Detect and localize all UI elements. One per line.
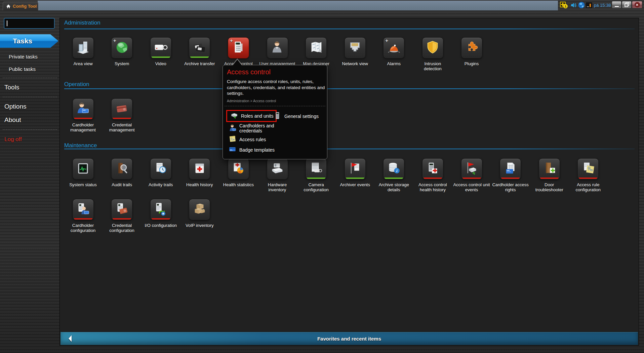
archive-storage-details-icon: i — [386, 161, 402, 178]
tile-button[interactable] — [345, 37, 366, 58]
tile-button[interactable] — [73, 199, 94, 220]
volume-icon[interactable] — [570, 2, 577, 8]
tile-button[interactable] — [73, 158, 94, 180]
globe-icon[interactable] — [578, 2, 585, 8]
tile-button[interactable] — [111, 158, 132, 180]
task-tile-video[interactable]: Video — [141, 37, 180, 67]
task-tile-voip-inventory[interactable]: VoIP inventory — [180, 199, 219, 228]
tile-button[interactable] — [539, 158, 560, 180]
task-tile-cardholder-access-rights[interactable]: Cardholder accessrights — [491, 158, 530, 192]
tile-button[interactable]: + — [383, 37, 404, 58]
tile-button[interactable] — [189, 158, 210, 180]
popup-title: Access control — [227, 68, 271, 76]
favorites-bar[interactable]: Favorites and recent items — [61, 332, 638, 345]
tile-button[interactable] — [150, 199, 171, 220]
task-tile-system[interactable]: +System — [103, 37, 142, 67]
popup-item-general-settings[interactable]: General settings — [273, 111, 319, 121]
tile-button[interactable] — [306, 158, 327, 180]
task-tile-health-statistics[interactable]: Health statistics — [219, 158, 258, 188]
task-tile-intrusion-detection[interactable]: Intrusiondetection — [413, 37, 452, 71]
alarms-icon — [386, 40, 402, 56]
task-tile-audit-trails[interactable]: Audit trails — [103, 158, 142, 188]
task-tile-hardware-inventory[interactable]: Hardwareinventory — [258, 158, 297, 192]
task-tile-health-history[interactable]: Health history — [180, 158, 219, 188]
tile-label: Access control unitevents — [453, 183, 490, 192]
task-tile-credential-management[interactable]: Credentialmanagement — [103, 99, 142, 132]
task-tile-i-o-configuration[interactable]: I/O configuration — [141, 199, 180, 228]
sidebar-item-options[interactable]: Options — [4, 103, 59, 111]
search-input[interactable] — [4, 18, 54, 29]
close-button[interactable]: ✕ — [632, 1, 642, 8]
sidebar-item-tools[interactable]: Tools — [4, 83, 59, 91]
tile-button[interactable]: i — [383, 158, 404, 180]
tile-button[interactable] — [73, 99, 94, 120]
sidebar-item-public-tasks[interactable]: Public tasks — [9, 65, 59, 73]
collapse-left-icon[interactable] — [69, 335, 72, 342]
tile-button[interactable] — [73, 37, 94, 58]
archive-transfer-icon — [192, 40, 207, 56]
task-tile-credential-configuration[interactable]: Credentialconfiguration — [103, 199, 142, 233]
task-tile-archive-storage-details[interactable]: iArchive storagedetails — [374, 158, 413, 192]
tile-button[interactable]: + — [111, 37, 132, 58]
cardholders-credentials-icon — [228, 123, 237, 133]
tile-button[interactable] — [461, 37, 482, 58]
task-tile-activity-trails[interactable]: Activity trails — [141, 158, 180, 188]
task-tile-cardholder-management[interactable]: Cardholdermanagement — [64, 99, 103, 132]
tile-button[interactable] — [267, 37, 288, 58]
task-tile-cardholder-configuration[interactable]: Cardholderconfiguration — [64, 199, 103, 233]
tile-button[interactable] — [189, 37, 210, 58]
tile-button[interactable] — [150, 37, 171, 58]
sidebar-item-label: Public tasks — [9, 66, 36, 72]
tile-button[interactable] — [306, 37, 327, 58]
access-control-popup: Access control Configure access control … — [223, 65, 327, 159]
keyboard-layout-icon[interactable] — [586, 2, 592, 8]
popup-description: Configure access control roles, units, r… — [227, 79, 326, 96]
tile-button[interactable] — [500, 158, 521, 180]
popup-item-badge-templates[interactable]: Badge templates — [228, 146, 275, 154]
config-tool-tab[interactable]: Config Tool — [3, 2, 38, 10]
tile-button[interactable] — [228, 158, 249, 180]
task-tile-access-control-unit-events[interactable]: Access control unitevents — [452, 158, 491, 192]
task-tile-access-control-health-history[interactable]: Access controlhealth history — [413, 158, 452, 192]
sidebar-item-label: Tasks — [0, 37, 32, 45]
sidebar-item-about[interactable]: About — [4, 116, 59, 124]
sidebar-item-tasks[interactable]: Tasks — [0, 34, 59, 48]
task-tile-door-troubleshooter[interactable]: Doortroubleshooter — [530, 158, 569, 192]
tile-button[interactable] — [150, 158, 171, 180]
task-tile-archiver-events[interactable]: Archiver events — [335, 158, 374, 188]
cardholder-access-rights-icon — [503, 161, 518, 178]
popup-item-cardholders-and-credentials[interactable]: Cardholders andcredentials — [228, 123, 274, 134]
tile-button[interactable] — [267, 158, 288, 180]
restore-button[interactable] — [622, 1, 632, 8]
user-management-icon — [270, 40, 285, 56]
tile-button[interactable] — [345, 158, 366, 180]
tile-button[interactable] — [111, 99, 132, 120]
popup-item-access-rules[interactable]: Access rules — [228, 135, 266, 144]
clock[interactable]: pá 15:38 — [594, 3, 611, 8]
sidebar-item-private-tasks[interactable]: Private tasks — [9, 53, 59, 60]
tile-button[interactable] — [577, 158, 599, 180]
task-tile-network-view[interactable]: Network view — [335, 37, 374, 67]
task-tile-access-rule-configuration[interactable]: Access ruleconfiguration — [569, 158, 608, 192]
main-panel: Favorites and recent items Administratio… — [59, 18, 639, 346]
task-tile-plugins[interactable]: Plugins — [452, 37, 491, 67]
tile-label: Access controlhealth history — [418, 183, 447, 192]
popup-item-roles-and-units[interactable]: Roles and units — [226, 110, 277, 122]
task-tile-user-management[interactable]: User management — [258, 37, 297, 67]
task-tile-alarms[interactable]: +Alarms — [374, 37, 413, 67]
system-icon — [114, 40, 130, 56]
tile-button[interactable] — [422, 158, 443, 180]
sidebar-item-log-off[interactable]: Log off — [4, 136, 59, 143]
sidebar-item-label: About — [4, 116, 21, 124]
tile-button[interactable] — [461, 158, 482, 180]
task-tile-camera-configuration[interactable]: Cameraconfiguration — [297, 158, 336, 192]
tile-button[interactable] — [422, 37, 443, 58]
task-tile-map-designer[interactable]: Map designer — [297, 37, 336, 67]
task-tile-system-status[interactable]: System status — [64, 158, 103, 188]
tile-button[interactable] — [189, 199, 210, 220]
minimize-button[interactable] — [612, 1, 621, 8]
tile-button[interactable]: + — [228, 37, 249, 58]
tile-button[interactable] — [111, 199, 132, 220]
task-tile-archive-transfer[interactable]: Archive transfer — [180, 37, 219, 67]
task-tile-area-view[interactable]: Area view — [64, 37, 103, 67]
